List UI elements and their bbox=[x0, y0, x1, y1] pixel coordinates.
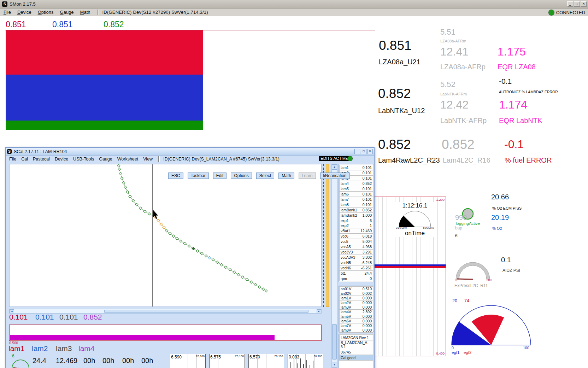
scroll-up-arrow[interactable]: ▲ bbox=[332, 164, 337, 170]
row-value: 5.004 bbox=[363, 239, 372, 244]
scal-menu-cal[interactable]: Cal bbox=[21, 157, 28, 162]
table-row[interactable]: vccA54.968 bbox=[339, 244, 373, 250]
scal-menu-device[interactable]: Device bbox=[55, 157, 68, 162]
smon-title-bar[interactable]: S SMon 2.17.5 _ □ ✕ bbox=[0, 0, 588, 8]
select-button[interactable]: Select bbox=[256, 173, 274, 179]
table-row[interactable]: lam6V0.000 bbox=[339, 319, 373, 323]
table-row[interactable]: 06745 bbox=[339, 349, 373, 355]
table-row[interactable]: vBat112.469 bbox=[339, 228, 373, 234]
row-value: 0.000 bbox=[363, 328, 372, 332]
lam4-label: lam4 bbox=[78, 344, 95, 353]
menu-gauge[interactable]: Gauge bbox=[60, 10, 74, 15]
mini-chart: 0.08320,1000.000 bbox=[288, 354, 323, 368]
row-label: vcc5 bbox=[341, 239, 348, 244]
mini-chart-max: 20,100 bbox=[235, 355, 244, 358]
table-row[interactable]: vcc55.004 bbox=[339, 239, 373, 244]
chart-horizontal-scrollbar[interactable]: ◄ ► bbox=[9, 309, 322, 314]
row-label: lam1V bbox=[341, 296, 351, 300]
mini-chart: 6.57520,1000.000 bbox=[209, 354, 245, 368]
table-row[interactable]: lam1V0.000 bbox=[339, 296, 373, 300]
lza08a-label: LZA08a_U21 bbox=[379, 58, 421, 66]
bt1-gauge: 6 0 300 bbox=[11, 354, 35, 368]
minimize-button[interactable]: _ bbox=[567, 1, 573, 7]
table-row[interactable]: an01V0.510 bbox=[339, 286, 373, 291]
table-row[interactable]: lam5V0.000 bbox=[339, 314, 373, 319]
menu-device[interactable]: Device bbox=[17, 10, 31, 15]
table-row[interactable]: vccN5-6.248 bbox=[339, 260, 373, 265]
table-row[interactable]: lam40.852 bbox=[339, 181, 373, 186]
row-value: 0.101 bbox=[363, 192, 372, 196]
table-row[interactable]: lam70.101 bbox=[339, 197, 373, 202]
close-button[interactable]: ✕ bbox=[581, 1, 587, 7]
scroll-right-arrow[interactable]: ► bbox=[317, 309, 321, 313]
scal-menu-separator bbox=[158, 156, 160, 162]
row-value: 0.002 bbox=[363, 291, 372, 296]
scal-menu-worksheet[interactable]: Worksheet bbox=[117, 157, 139, 162]
mini-chart-value: 0.083 bbox=[289, 355, 299, 360]
calibration-curve-plot[interactable] bbox=[10, 164, 321, 306]
options-button[interactable]: Options bbox=[231, 173, 252, 179]
table-row[interactable]: vcc3V33.291 bbox=[339, 249, 373, 255]
scal-title-bar[interactable]: S SCal 2.17.11 : LAM-RR104 _ □ ✕ bbox=[6, 148, 374, 156]
table-row[interactable]: lam8V0.000 bbox=[339, 328, 373, 333]
aidz-psi-value: 0.1 bbox=[501, 256, 511, 264]
math-button[interactable]: Math bbox=[278, 173, 294, 179]
table-row[interactable]: lam50.101 bbox=[339, 186, 373, 192]
menu-options[interactable]: Options bbox=[38, 10, 54, 15]
esc-button[interactable]: ESC bbox=[168, 173, 183, 179]
row-label: lam2V bbox=[341, 300, 351, 305]
horizontal-scroll-thumb[interactable] bbox=[104, 310, 308, 313]
table-row[interactable]: lamBank10.852 bbox=[339, 207, 373, 213]
scal-menu-pastecal[interactable]: Pastecal bbox=[33, 157, 50, 162]
table-row[interactable]: lamBank21.000 bbox=[339, 212, 373, 218]
scal-menu-file[interactable]: File bbox=[9, 157, 16, 162]
scal-menu-view[interactable]: View bbox=[143, 157, 153, 162]
lza08a-afrm-value: 5.51 bbox=[440, 28, 455, 37]
learn-button[interactable]: Learn bbox=[299, 173, 316, 179]
autronicz-error-value: -0.1 bbox=[499, 77, 512, 86]
egt-min-label: 0 bbox=[452, 346, 454, 350]
taskbar-button[interactable]: Taskbar bbox=[188, 173, 209, 179]
row-label: lam7V bbox=[341, 323, 351, 328]
table-row[interactable]: lam80.101 bbox=[339, 202, 373, 208]
table-row[interactable]: vcc66.018 bbox=[339, 233, 373, 239]
vertical-scroll-thumb[interactable] bbox=[332, 324, 337, 360]
table-row[interactable]: lam3V0.000 bbox=[339, 305, 373, 310]
table-row[interactable]: exp21 bbox=[339, 223, 373, 228]
table-row[interactable]: S_LAM2CAN_A 3.1 bbox=[339, 340, 373, 349]
table-row[interactable]: bt124.4 bbox=[339, 270, 373, 276]
table-row[interactable]: rpm0 bbox=[339, 276, 373, 281]
table-row[interactable]: lam10.101 bbox=[339, 165, 373, 170]
vertical-scrollbar[interactable]: ▲ ▼ bbox=[331, 164, 337, 368]
table-row[interactable]: Cal good bbox=[339, 355, 373, 361]
calibration-chart[interactable] bbox=[9, 164, 322, 307]
scal-close-button[interactable]: ✕ bbox=[367, 149, 373, 154]
table-row[interactable]: vccN6-6.261 bbox=[339, 265, 373, 271]
scal-menu-gauge[interactable]: Gauge bbox=[99, 157, 112, 162]
mini-chart-max: 20,100 bbox=[196, 355, 205, 358]
table-row[interactable]: lam2V0.000 bbox=[339, 300, 373, 305]
labntk-afrm-label: LabNTK-AFRm bbox=[440, 92, 467, 96]
menu-file[interactable]: File bbox=[4, 10, 11, 15]
linearisation-button[interactable]: liNearisation bbox=[320, 173, 350, 179]
lambda1-trace-band bbox=[6, 30, 203, 75]
table-row[interactable]: exp16 bbox=[339, 218, 373, 223]
table-row[interactable]: lam60.101 bbox=[339, 191, 373, 197]
row-value: 24.4 bbox=[365, 271, 372, 275]
table-row[interactable]: lam7V0.000 bbox=[339, 323, 373, 328]
maximize-button[interactable]: □ bbox=[574, 1, 580, 7]
edit-button[interactable]: Edit bbox=[213, 173, 227, 179]
table-row[interactable]: vccA3V33.302 bbox=[339, 255, 373, 260]
table-row[interactable]: LAM2CAN Rev 1 bbox=[339, 334, 373, 340]
table-row[interactable]: an02V0.002 bbox=[339, 291, 373, 296]
scal-minimize-button[interactable]: _ bbox=[354, 149, 360, 154]
menu-separator bbox=[98, 10, 99, 15]
mini-chart: 6.57020,1000.000 bbox=[248, 354, 284, 368]
row-label: rpm bbox=[341, 276, 347, 281]
scal-maximize-button[interactable]: □ bbox=[361, 149, 366, 154]
smon-menu-bar: File Device Options Gauge Math ID(GENERI… bbox=[0, 8, 588, 16]
scroll-down-arrow[interactable]: ▼ bbox=[332, 362, 337, 367]
menu-math[interactable]: Math bbox=[80, 10, 90, 15]
scal-menu-usb-tools[interactable]: USB-Tools bbox=[73, 157, 94, 162]
table-row[interactable]: lam4V2.892 bbox=[339, 309, 373, 314]
